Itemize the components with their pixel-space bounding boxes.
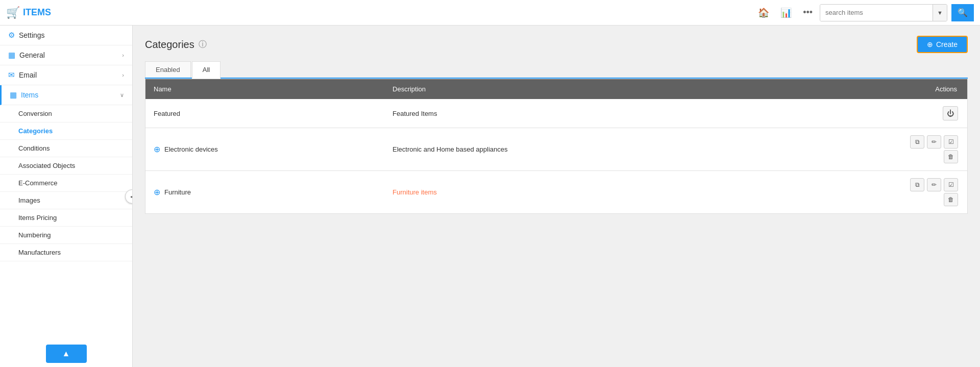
delete-button[interactable]: 🗑	[944, 193, 958, 206]
sidebar-item-general[interactable]: ▦ General ›	[0, 45, 132, 65]
row-name-cell: ⊕ Furniture	[145, 171, 385, 214]
edit-button[interactable]: ✏	[927, 135, 941, 149]
settings-gear-icon: ⚙	[8, 31, 15, 40]
row-description-cell: Furniture items	[384, 171, 773, 214]
sidebar-sub-item-manufacturers[interactable]: Manufacturers	[0, 244, 132, 261]
row-description-cell: Electronic and Home based appliances	[384, 128, 773, 171]
expand-icon[interactable]: ⊕	[154, 144, 160, 154]
col-actions: Actions	[773, 79, 967, 100]
items-icon: ▦	[10, 90, 17, 100]
copy-button[interactable]: ⧉	[910, 178, 924, 191]
table-row: ⊕ Furniture Furniture items ⧉ ✏ ☑	[145, 171, 968, 214]
email-label: Email	[19, 71, 118, 79]
row-name-text: Electronic devices	[164, 145, 218, 153]
page-header: Categories ⓘ ⊕ Create	[145, 36, 968, 53]
scroll-up-button[interactable]: ▲	[46, 345, 87, 363]
content-area: Categories ⓘ ⊕ Create Enabled All Name D…	[133, 26, 980, 367]
categories-table: Name Description Actions Featured Featur…	[145, 79, 968, 214]
search-container: ▼	[820, 4, 947, 21]
sidebar: ⚙ Settings ▦ General › ✉ Email › ▦ Items…	[0, 26, 133, 367]
tab-enabled[interactable]: Enabled	[145, 61, 191, 78]
page-title: Categories ⓘ	[145, 39, 207, 51]
check-button[interactable]: ☑	[944, 135, 958, 149]
row-actions-cell: ⏻	[773, 99, 967, 128]
page-title-text: Categories	[145, 39, 194, 51]
sidebar-item-items[interactable]: ▦ Items ∨	[0, 85, 132, 105]
settings-header[interactable]: ⚙ Settings	[0, 26, 132, 45]
items-label: Items	[21, 91, 116, 99]
row-name-text: Featured	[154, 110, 180, 117]
col-description: Description	[384, 79, 773, 100]
app-logo: 🛒 ITEMS	[6, 6, 51, 19]
delete-button[interactable]: 🗑	[944, 150, 958, 163]
table-row: Featured Featured Items ⏻	[145, 99, 968, 128]
row-name-cell: ⊕ Electronic devices	[145, 128, 385, 171]
row-actions-cell: ⧉ ✏ ☑ 🗑	[773, 171, 967, 214]
sidebar-sub-item-conditions[interactable]: Conditions	[0, 140, 132, 157]
table-header-row: Name Description Actions	[145, 79, 968, 100]
info-icon[interactable]: ⓘ	[199, 39, 207, 50]
settings-section: ⚙ Settings ▦ General › ✉ Email › ▦ Items…	[0, 26, 132, 261]
search-submit-button[interactable]: 🔍	[951, 4, 974, 21]
expand-icon[interactable]: ⊕	[154, 187, 160, 197]
sidebar-sub-item-categories[interactable]: Categories	[0, 123, 132, 140]
sidebar-sub-item-numbering[interactable]: Numbering	[0, 227, 132, 244]
row-description-cell: Featured Items	[384, 99, 773, 128]
app-title: ITEMS	[23, 7, 51, 18]
search-input[interactable]	[820, 5, 933, 21]
create-label: Create	[936, 40, 958, 48]
row-name-cell: Featured	[145, 99, 385, 128]
tab-all[interactable]: All	[192, 61, 220, 79]
home-icon-button[interactable]: 🏠	[755, 5, 772, 20]
sidebar-item-email[interactable]: ✉ Email ›	[0, 65, 132, 85]
header-nav-icons: 🏠 📊 •••	[755, 5, 816, 20]
sidebar-sub-item-conversion[interactable]: Conversion	[0, 105, 132, 123]
sidebar-sub-item-items-pricing[interactable]: Items Pricing	[0, 209, 132, 227]
edit-button[interactable]: ✏	[927, 178, 941, 191]
row-name-text: Furniture	[164, 188, 191, 196]
email-icon: ✉	[8, 70, 15, 80]
header: 🛒 ITEMS 🏠 📊 ••• ▼ 🔍	[0, 0, 980, 26]
col-name: Name	[145, 79, 385, 100]
chart-icon-button[interactable]: 📊	[777, 5, 795, 20]
check-button[interactable]: ☑	[944, 178, 958, 191]
settings-label: Settings	[19, 31, 124, 39]
main-layout: ⚙ Settings ▦ General › ✉ Email › ▦ Items…	[0, 26, 980, 367]
sidebar-sub-item-images[interactable]: Images	[0, 192, 132, 209]
power-button[interactable]: ⏻	[943, 106, 958, 120]
chevron-down-icon: ∨	[120, 92, 124, 99]
create-button[interactable]: ⊕ Create	[917, 36, 968, 53]
copy-button[interactable]: ⧉	[910, 135, 924, 149]
chevron-right-icon: ›	[122, 72, 124, 78]
cart-icon: 🛒	[6, 6, 20, 19]
row-actions-cell: ⧉ ✏ ☑ 🗑	[773, 128, 967, 171]
table-row: ⊕ Electronic devices Electronic and Home…	[145, 128, 968, 171]
tabs-container: Enabled All	[145, 61, 968, 79]
sidebar-sub-item-associated-objects[interactable]: Associated Objects	[0, 157, 132, 175]
more-options-button[interactable]: •••	[800, 5, 816, 20]
general-icon: ▦	[8, 51, 15, 60]
search-dropdown-button[interactable]: ▼	[933, 5, 947, 21]
chevron-right-icon: ›	[122, 52, 124, 58]
sidebar-sub-item-ecommerce[interactable]: E-Commerce	[0, 175, 132, 192]
general-label: General	[19, 51, 118, 59]
create-icon: ⊕	[927, 40, 933, 48]
